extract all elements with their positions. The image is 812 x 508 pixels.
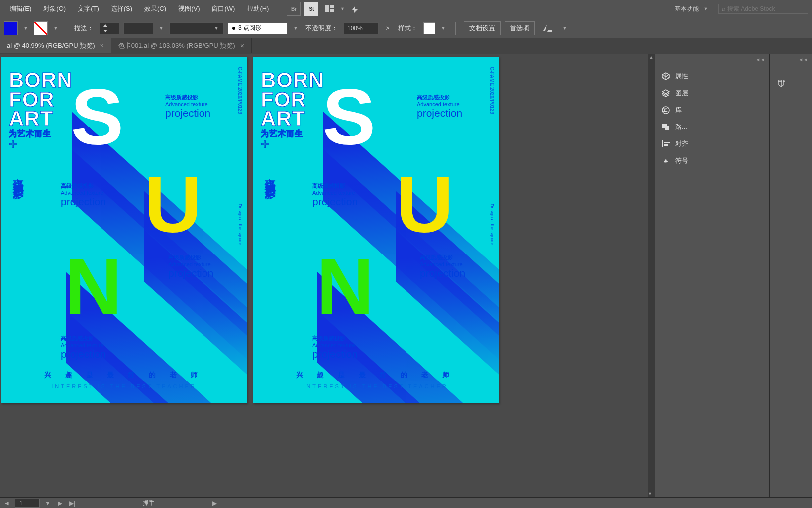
tab-1-close[interactable]: × bbox=[100, 42, 103, 50]
opacity-field[interactable]: 100% bbox=[344, 22, 379, 34]
scroll-up-icon[interactable]: ▲ bbox=[648, 54, 655, 61]
stroke-dropdown[interactable]: ▼ bbox=[52, 26, 60, 31]
menu-help[interactable]: 帮助(H) bbox=[241, 0, 275, 17]
menu-window[interactable]: 窗口(W) bbox=[205, 0, 241, 17]
panel-layers[interactable]: 图层 bbox=[655, 85, 769, 102]
layers-icon bbox=[661, 89, 670, 98]
options-bar: ▼ ▼ 描边： ▼ ▼ 3 点圆形 ▼ 不透明度： 100% > 样式： ▼ 文… bbox=[0, 18, 812, 38]
chevron-down-icon: ▼ bbox=[702, 6, 710, 11]
menu-select[interactable]: 选择(S) bbox=[105, 0, 138, 17]
panel-dock-2: ◄◄ bbox=[769, 54, 812, 497]
search-icon: ⌕ bbox=[722, 5, 725, 12]
style-dropdown[interactable]: ▼ bbox=[439, 26, 447, 31]
artboard-2: BORN FOR ART 为艺术而生 + 高级质感投影 S U N 高级质感投影… bbox=[253, 57, 499, 403]
status-tool: 抓手 bbox=[143, 499, 155, 507]
artboard-last[interactable]: ▶| bbox=[67, 500, 77, 507]
artboard-1: BORN FOR ART 为艺术而生 + 高级质感投影 S U N 高级质感投影… bbox=[1, 57, 247, 403]
document-tabs: ai @ 40.99% (RGB/GPU 预览) × 色卡001.ai @ 10… bbox=[0, 38, 812, 54]
stock-icon[interactable]: St bbox=[304, 2, 318, 16]
pathfinder-icon bbox=[661, 123, 670, 131]
tab-2-label: 色卡001.ai @ 103.03% (RGB/GPU 预览) bbox=[118, 41, 235, 50]
fill-swatch[interactable] bbox=[4, 21, 18, 35]
style-swatch[interactable] bbox=[423, 22, 435, 34]
poster-born: BORN FOR ART 为艺术而生 + bbox=[261, 71, 324, 150]
menu-view[interactable]: 视图(V) bbox=[172, 0, 205, 17]
status-more[interactable]: ▶ bbox=[210, 500, 219, 507]
search-input[interactable] bbox=[727, 5, 797, 12]
stroke-weight-dropdown[interactable]: ▼ bbox=[157, 26, 165, 31]
symbols-icon: ♣ bbox=[661, 156, 670, 165]
svg-point-10 bbox=[780, 80, 782, 82]
poster-s: S bbox=[71, 77, 124, 156]
menu-text[interactable]: 文字(T) bbox=[72, 0, 105, 17]
poster-right-vert: C-FAME 2020/P0129 bbox=[237, 67, 243, 114]
menu-object[interactable]: 对象(O) bbox=[37, 0, 72, 17]
panel-extra-2[interactable] bbox=[770, 76, 812, 92]
isolate-dropdown[interactable]: ▼ bbox=[561, 26, 569, 31]
svg-point-11 bbox=[783, 80, 785, 82]
hscroll-left[interactable]: ◄ bbox=[2, 500, 12, 507]
var-width-profile[interactable]: ▼ bbox=[169, 22, 224, 34]
proj-block-4: 高级质感投影Advanced textureprojection bbox=[61, 335, 106, 360]
svg-point-3 bbox=[662, 107, 669, 114]
poster-born: BORN FOR ART 为艺术而生 + bbox=[9, 71, 73, 150]
tab-1[interactable]: ai @ 40.99% (RGB/GPU 预览) × bbox=[0, 38, 111, 53]
arrange-icon[interactable] bbox=[322, 2, 336, 16]
panel-align[interactable]: 对齐 bbox=[655, 135, 769, 152]
stroke-weight-field[interactable] bbox=[123, 22, 153, 34]
tab-2-close[interactable]: × bbox=[240, 42, 244, 50]
status-bar: ◄ 1 ▼ ▶ ▶| 抓手 ▶ bbox=[0, 497, 812, 508]
arrange-dropdown[interactable]: ▼ bbox=[338, 6, 346, 11]
collapse-icon-2[interactable]: ◄◄ bbox=[798, 57, 808, 62]
fill-dropdown[interactable]: ▼ bbox=[22, 26, 30, 31]
proj-block-1: 高级质感投影Advanced textureprojection bbox=[165, 94, 210, 119]
menu-edit[interactable]: 编辑(E) bbox=[4, 0, 37, 17]
poster-vert-text: 高级质感投影 bbox=[263, 169, 278, 181]
proj-block-3: 高级质感投影Advanced textureprojection bbox=[168, 254, 213, 279]
vertical-scrollbar[interactable]: ▲ ▼ bbox=[648, 54, 655, 497]
prefs-button[interactable]: 首选项 bbox=[505, 21, 535, 35]
stroke-weight-stepper[interactable] bbox=[100, 22, 119, 34]
stroke-swatch[interactable] bbox=[34, 21, 48, 35]
isolate-icon[interactable] bbox=[541, 21, 555, 35]
menu-effect[interactable]: 效果(C) bbox=[138, 0, 172, 17]
properties-icon bbox=[661, 72, 670, 81]
doc-setup-button[interactable]: 文档设置 bbox=[464, 21, 501, 35]
canvas[interactable]: BORN FOR ART 为艺术而生 + 高级质感投影 S U N 高级质感投影… bbox=[0, 54, 648, 497]
workspace-label: 基本功能 bbox=[675, 5, 699, 13]
artboard-nav-field[interactable]: 1 bbox=[15, 499, 40, 508]
svg-rect-6 bbox=[662, 140, 663, 147]
cc-icon bbox=[661, 106, 670, 115]
stroke-weight-label: 描边： bbox=[74, 24, 94, 33]
workspace-switcher[interactable]: 基本功能 ▼ bbox=[670, 3, 714, 15]
gpu-icon[interactable] bbox=[348, 2, 362, 16]
panel-extra-1 bbox=[770, 68, 812, 76]
collapse-icon[interactable]: ◄◄ bbox=[755, 57, 765, 62]
artboard-nav-dropdown[interactable]: ▼ bbox=[43, 500, 53, 507]
panel-dock-1: ◄◄ 属性 图层 库 路... 对齐 ♣ bbox=[655, 54, 769, 497]
svg-point-9 bbox=[778, 80, 780, 82]
tab-1-label: ai @ 40.99% (RGB/GPU 预览) bbox=[7, 41, 95, 50]
poster-bottom-cn: 兴 趣 是 最 好 的 老 师 bbox=[1, 371, 247, 380]
svg-rect-0 bbox=[325, 5, 329, 12]
panel-pathfinder[interactable]: 路... bbox=[655, 119, 769, 135]
brush-def[interactable]: 3 点圆形 bbox=[228, 22, 288, 34]
tab-2[interactable]: 色卡001.ai @ 103.03% (RGB/GPU 预览) × bbox=[111, 38, 252, 53]
svg-rect-7 bbox=[664, 142, 670, 143]
artboard-next[interactable]: ▶ bbox=[56, 500, 64, 507]
menubar: 编辑(E) 对象(O) 文字(T) 选择(S) 效果(C) 视图(V) 窗口(W… bbox=[0, 0, 812, 18]
search-stock[interactable]: ⌕ bbox=[718, 4, 808, 14]
brush-dropdown[interactable]: ▼ bbox=[292, 26, 300, 31]
svg-rect-8 bbox=[664, 144, 668, 146]
brush-def-label: 3 点圆形 bbox=[238, 24, 261, 32]
poster-vert-text: 高级质感投影 bbox=[11, 169, 26, 181]
style-label: 样式： bbox=[398, 24, 417, 33]
panel-properties[interactable]: 属性 bbox=[655, 68, 769, 85]
panel-cc-lib[interactable]: 库 bbox=[655, 102, 769, 119]
poster-design-vert: · · · Design of the square bbox=[238, 196, 243, 245]
bridge-icon[interactable]: Br bbox=[287, 2, 301, 16]
poster-bottom-en: INTEREST IS THE BEST TEACHER bbox=[1, 383, 247, 389]
panel-symbols[interactable]: ♣ 符号 bbox=[655, 152, 769, 169]
scroll-down-icon[interactable]: ▼ bbox=[648, 490, 652, 497]
poster-n: N bbox=[65, 247, 122, 327]
